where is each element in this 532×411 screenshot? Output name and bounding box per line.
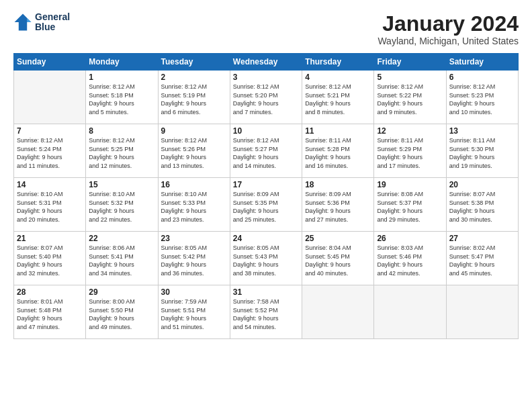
day-content: Sunrise: 8:12 AM Sunset: 5:27 PM Dayligh… bbox=[233, 136, 299, 170]
day-content: Sunrise: 8:10 AM Sunset: 5:32 PM Dayligh… bbox=[89, 190, 154, 224]
day-cell: 9Sunrise: 8:12 AM Sunset: 5:26 PM Daylig… bbox=[158, 124, 230, 178]
day-content: Sunrise: 8:07 AM Sunset: 5:40 PM Dayligh… bbox=[17, 244, 83, 277]
header-thursday: Thursday bbox=[302, 54, 374, 71]
page: General Blue January 2024 Wayland, Michi… bbox=[0, 0, 532, 411]
day-cell: 8Sunrise: 8:12 AM Sunset: 5:25 PM Daylig… bbox=[86, 124, 158, 178]
day-number: 24 bbox=[233, 234, 299, 243]
day-content: Sunrise: 8:09 AM Sunset: 5:36 PM Dayligh… bbox=[305, 190, 371, 224]
day-cell: 31Sunrise: 7:58 AM Sunset: 5:52 PM Dayli… bbox=[230, 285, 302, 339]
header-wednesday: Wednesday bbox=[230, 54, 302, 71]
day-content: Sunrise: 8:00 AM Sunset: 5:50 PM Dayligh… bbox=[89, 298, 154, 331]
day-content: Sunrise: 8:01 AM Sunset: 5:48 PM Dayligh… bbox=[17, 298, 83, 331]
day-content: Sunrise: 8:11 AM Sunset: 5:30 PM Dayligh… bbox=[449, 136, 515, 170]
week-row-1: 7Sunrise: 8:12 AM Sunset: 5:24 PM Daylig… bbox=[14, 124, 519, 178]
week-row-4: 28Sunrise: 8:01 AM Sunset: 5:48 PM Dayli… bbox=[14, 285, 519, 339]
day-number: 8 bbox=[89, 126, 154, 136]
day-content: Sunrise: 8:11 AM Sunset: 5:29 PM Dayligh… bbox=[377, 136, 443, 170]
day-content: Sunrise: 8:07 AM Sunset: 5:38 PM Dayligh… bbox=[449, 190, 515, 224]
day-number: 23 bbox=[161, 234, 227, 243]
day-number: 2 bbox=[161, 73, 227, 82]
day-number: 6 bbox=[449, 73, 515, 82]
week-row-2: 14Sunrise: 8:10 AM Sunset: 5:31 PM Dayli… bbox=[14, 178, 519, 232]
day-number: 15 bbox=[89, 180, 154, 189]
day-cell: 20Sunrise: 8:07 AM Sunset: 5:38 PM Dayli… bbox=[446, 178, 518, 232]
day-number: 25 bbox=[305, 234, 371, 243]
day-cell: 18Sunrise: 8:09 AM Sunset: 5:36 PM Dayli… bbox=[302, 178, 374, 232]
day-number: 26 bbox=[377, 234, 443, 243]
day-number: 10 bbox=[233, 126, 299, 136]
day-content: Sunrise: 8:03 AM Sunset: 5:46 PM Dayligh… bbox=[377, 244, 443, 277]
day-number: 9 bbox=[161, 126, 227, 136]
day-number: 14 bbox=[17, 180, 83, 189]
day-number: 12 bbox=[377, 126, 443, 136]
day-number: 11 bbox=[305, 126, 371, 136]
day-number: 18 bbox=[305, 180, 371, 189]
day-content: Sunrise: 8:02 AM Sunset: 5:47 PM Dayligh… bbox=[449, 244, 515, 277]
day-cell: 22Sunrise: 8:06 AM Sunset: 5:41 PM Dayli… bbox=[86, 232, 158, 285]
month-title: January 2024 bbox=[378, 12, 519, 36]
day-number: 17 bbox=[233, 180, 299, 189]
day-content: Sunrise: 8:10 AM Sunset: 5:33 PM Dayligh… bbox=[161, 190, 227, 224]
day-cell: 25Sunrise: 8:04 AM Sunset: 5:45 PM Dayli… bbox=[302, 232, 374, 285]
day-content: Sunrise: 8:12 AM Sunset: 5:23 PM Dayligh… bbox=[449, 83, 515, 116]
day-number: 22 bbox=[89, 234, 154, 243]
day-cell: 24Sunrise: 8:05 AM Sunset: 5:43 PM Dayli… bbox=[230, 232, 302, 285]
day-cell: 11Sunrise: 8:11 AM Sunset: 5:28 PM Dayli… bbox=[302, 124, 374, 178]
logo-line1: General bbox=[35, 12, 70, 22]
day-cell bbox=[14, 71, 86, 124]
day-number: 3 bbox=[233, 73, 299, 82]
day-cell: 27Sunrise: 8:02 AM Sunset: 5:47 PM Dayli… bbox=[446, 232, 518, 285]
day-content: Sunrise: 8:05 AM Sunset: 5:43 PM Dayligh… bbox=[233, 244, 299, 277]
day-number: 5 bbox=[377, 73, 443, 82]
day-cell: 28Sunrise: 8:01 AM Sunset: 5:48 PM Dayli… bbox=[14, 285, 86, 339]
day-cell: 7Sunrise: 8:12 AM Sunset: 5:24 PM Daylig… bbox=[14, 124, 86, 178]
day-number: 13 bbox=[449, 126, 515, 136]
day-cell: 2Sunrise: 8:12 AM Sunset: 5:19 PM Daylig… bbox=[158, 71, 230, 124]
day-cell: 16Sunrise: 8:10 AM Sunset: 5:33 PM Dayli… bbox=[158, 178, 230, 232]
day-content: Sunrise: 8:06 AM Sunset: 5:41 PM Dayligh… bbox=[89, 244, 154, 277]
day-number: 7 bbox=[17, 126, 83, 136]
day-cell: 14Sunrise: 8:10 AM Sunset: 5:31 PM Dayli… bbox=[14, 178, 86, 232]
day-content: Sunrise: 8:12 AM Sunset: 5:18 PM Dayligh… bbox=[89, 83, 154, 116]
week-row-3: 21Sunrise: 8:07 AM Sunset: 5:40 PM Dayli… bbox=[14, 232, 519, 285]
day-content: Sunrise: 8:12 AM Sunset: 5:19 PM Dayligh… bbox=[161, 83, 227, 116]
logo-text: General Blue bbox=[35, 12, 70, 33]
day-content: Sunrise: 8:12 AM Sunset: 5:22 PM Dayligh… bbox=[377, 83, 443, 116]
day-cell: 3Sunrise: 8:12 AM Sunset: 5:20 PM Daylig… bbox=[230, 71, 302, 124]
logo-line2: Blue bbox=[35, 22, 70, 32]
logo: General Blue bbox=[13, 12, 70, 33]
calendar-header-row: SundayMondayTuesdayWednesdayThursdayFrid… bbox=[14, 54, 519, 71]
header-friday: Friday bbox=[374, 54, 446, 71]
day-cell: 6Sunrise: 8:12 AM Sunset: 5:23 PM Daylig… bbox=[446, 71, 518, 124]
svg-marker-1 bbox=[27, 18, 31, 22]
logo-icon bbox=[13, 13, 32, 32]
day-number: 29 bbox=[89, 287, 154, 297]
calendar-table: SundayMondayTuesdayWednesdayThursdayFrid… bbox=[13, 53, 519, 339]
location: Wayland, Michigan, United States bbox=[378, 36, 519, 46]
day-cell: 21Sunrise: 8:07 AM Sunset: 5:40 PM Dayli… bbox=[14, 232, 86, 285]
day-number: 21 bbox=[17, 234, 83, 243]
header-saturday: Saturday bbox=[446, 54, 518, 71]
day-cell: 29Sunrise: 8:00 AM Sunset: 5:50 PM Dayli… bbox=[86, 285, 158, 339]
day-content: Sunrise: 7:58 AM Sunset: 5:52 PM Dayligh… bbox=[233, 298, 299, 331]
day-cell: 4Sunrise: 8:12 AM Sunset: 5:21 PM Daylig… bbox=[302, 71, 374, 124]
day-number: 27 bbox=[449, 234, 515, 243]
day-content: Sunrise: 8:09 AM Sunset: 5:35 PM Dayligh… bbox=[233, 190, 299, 224]
day-content: Sunrise: 8:12 AM Sunset: 5:25 PM Dayligh… bbox=[89, 136, 154, 170]
day-cell: 15Sunrise: 8:10 AM Sunset: 5:32 PM Dayli… bbox=[86, 178, 158, 232]
day-content: Sunrise: 8:12 AM Sunset: 5:21 PM Dayligh… bbox=[305, 83, 371, 116]
day-number: 20 bbox=[449, 180, 515, 189]
day-number: 16 bbox=[161, 180, 227, 189]
day-cell: 13Sunrise: 8:11 AM Sunset: 5:30 PM Dayli… bbox=[446, 124, 518, 178]
day-cell bbox=[446, 285, 518, 339]
day-cell bbox=[374, 285, 446, 339]
day-cell: 23Sunrise: 8:05 AM Sunset: 5:42 PM Dayli… bbox=[158, 232, 230, 285]
title-area: January 2024 Wayland, Michigan, United S… bbox=[378, 12, 519, 46]
day-cell: 10Sunrise: 8:12 AM Sunset: 5:27 PM Dayli… bbox=[230, 124, 302, 178]
day-number: 28 bbox=[17, 287, 83, 297]
day-content: Sunrise: 8:12 AM Sunset: 5:24 PM Dayligh… bbox=[17, 136, 83, 170]
header-sunday: Sunday bbox=[14, 54, 86, 71]
header-monday: Monday bbox=[86, 54, 158, 71]
day-number: 30 bbox=[161, 287, 227, 297]
day-number: 1 bbox=[89, 73, 154, 82]
